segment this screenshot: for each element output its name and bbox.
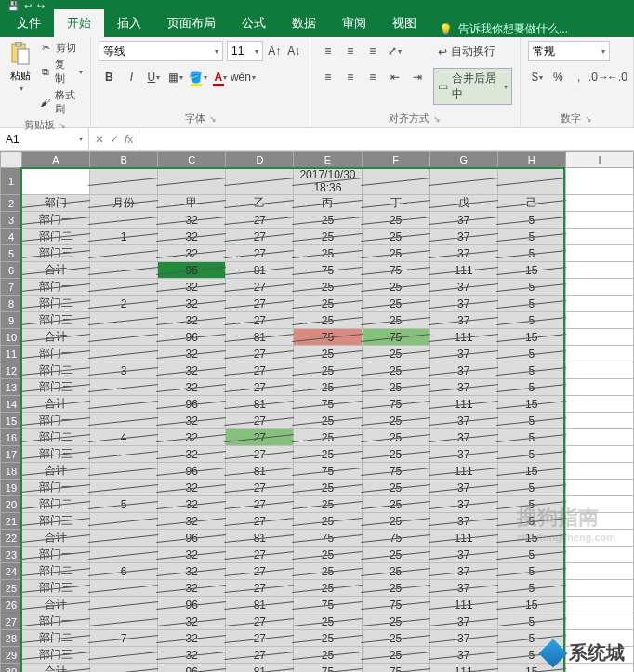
cell-C21[interactable]: 32 bbox=[158, 513, 226, 530]
cell-G14[interactable]: 111 bbox=[429, 396, 497, 413]
cell-E22[interactable]: 75 bbox=[294, 530, 362, 547]
cell-A19[interactable]: 部门一 bbox=[21, 480, 89, 496]
row-header-25[interactable]: 25 bbox=[1, 580, 22, 597]
cell-E9[interactable]: 25 bbox=[294, 312, 362, 329]
cell-C1[interactable] bbox=[158, 168, 226, 195]
border-button[interactable]: ▦▾ bbox=[165, 67, 186, 87]
cell-B10[interactable] bbox=[90, 329, 158, 346]
copy-button[interactable]: ⧉复制▾ bbox=[39, 58, 83, 86]
cell-G27[interactable]: 37 bbox=[429, 613, 497, 630]
cell-A9[interactable]: 部门三 bbox=[21, 312, 89, 329]
row-header-15[interactable]: 15 bbox=[1, 413, 22, 429]
cell-H6[interactable]: 15 bbox=[497, 262, 565, 279]
cell-B8[interactable]: 2 bbox=[90, 296, 158, 312]
number-launcher-icon[interactable]: ↘ bbox=[585, 114, 592, 124]
font-size-select[interactable]: 11▾ bbox=[227, 41, 263, 61]
tab-formulas[interactable]: 公式 bbox=[229, 9, 279, 37]
indent-increase-icon[interactable]: ⇥ bbox=[407, 67, 428, 87]
cell-E10[interactable]: 75 bbox=[294, 329, 362, 346]
cell-E1[interactable]: 2017/10/30 18:36 bbox=[294, 168, 362, 195]
cell-G2[interactable]: 戊 bbox=[429, 195, 497, 212]
orientation-icon[interactable]: ⤢▾ bbox=[385, 41, 405, 61]
cell-D5[interactable]: 27 bbox=[226, 245, 294, 262]
cell-F20[interactable]: 25 bbox=[362, 496, 429, 513]
cell-D13[interactable]: 27 bbox=[226, 379, 294, 396]
row-header-8[interactable]: 8 bbox=[1, 296, 22, 312]
cell-C25[interactable]: 32 bbox=[158, 580, 226, 597]
cell-F10[interactable]: 75 bbox=[362, 329, 429, 346]
cell-E17[interactable]: 25 bbox=[294, 446, 362, 463]
worksheet[interactable]: ABCDEFGHI12017/10/30 18:362部门月份甲乙丙丁戊己3部门… bbox=[0, 151, 634, 672]
cell-G9[interactable]: 37 bbox=[429, 312, 497, 329]
cell-C4[interactable]: 32 bbox=[158, 229, 226, 245]
cell-A29[interactable]: 部门三 bbox=[21, 647, 89, 664]
cell-A7[interactable]: 部门一 bbox=[21, 279, 89, 296]
cell-C30[interactable]: 96 bbox=[158, 664, 226, 673]
cell-C8[interactable]: 32 bbox=[158, 296, 226, 312]
tab-file[interactable]: 文件 bbox=[4, 9, 54, 37]
cell-F14[interactable]: 75 bbox=[362, 396, 429, 413]
cell-B18[interactable] bbox=[90, 463, 158, 480]
cell-B11[interactable] bbox=[90, 346, 158, 362]
cell-D7[interactable]: 27 bbox=[226, 279, 294, 296]
cell-G15[interactable]: 37 bbox=[429, 413, 497, 429]
cell-F1[interactable] bbox=[362, 168, 429, 195]
cell-I4[interactable] bbox=[565, 229, 633, 245]
cell-A24[interactable]: 部门二 bbox=[21, 563, 89, 580]
cell-H19[interactable]: 5 bbox=[497, 480, 565, 496]
cell-H2[interactable]: 己 bbox=[497, 195, 565, 212]
cell-H16[interactable]: 5 bbox=[497, 429, 565, 446]
cell-D1[interactable] bbox=[226, 168, 294, 195]
cell-H12[interactable]: 5 bbox=[497, 362, 565, 379]
cell-I10[interactable] bbox=[565, 329, 633, 346]
cell-E30[interactable]: 75 bbox=[294, 664, 362, 673]
cell-G30[interactable]: 111 bbox=[429, 664, 497, 673]
cell-H26[interactable]: 15 bbox=[497, 597, 565, 613]
cell-I16[interactable] bbox=[565, 429, 633, 446]
cell-E15[interactable]: 25 bbox=[294, 413, 362, 429]
cell-F21[interactable]: 25 bbox=[362, 513, 429, 530]
cell-A17[interactable]: 部门三 bbox=[21, 446, 89, 463]
cell-G13[interactable]: 37 bbox=[429, 379, 497, 396]
cell-I25[interactable] bbox=[565, 580, 633, 597]
cell-D26[interactable]: 81 bbox=[226, 597, 294, 613]
cell-C5[interactable]: 32 bbox=[158, 245, 226, 262]
cell-B16[interactable]: 4 bbox=[90, 429, 158, 446]
cell-C7[interactable]: 32 bbox=[158, 279, 226, 296]
cell-I6[interactable] bbox=[565, 262, 633, 279]
cell-B1[interactable] bbox=[90, 168, 158, 195]
cell-D4[interactable]: 27 bbox=[226, 229, 294, 245]
cell-H18[interactable]: 15 bbox=[497, 463, 565, 480]
cell-G29[interactable]: 37 bbox=[429, 647, 497, 664]
cell-E25[interactable]: 25 bbox=[294, 580, 362, 597]
tab-home[interactable]: 开始 bbox=[54, 9, 104, 37]
row-header-22[interactable]: 22 bbox=[1, 530, 22, 547]
cell-I9[interactable] bbox=[565, 312, 633, 329]
cell-D30[interactable]: 81 bbox=[226, 664, 294, 673]
align-bottom-icon[interactable]: ≡ bbox=[363, 41, 383, 61]
cell-E8[interactable]: 25 bbox=[294, 296, 362, 312]
cell-F8[interactable]: 25 bbox=[362, 296, 429, 312]
row-header-17[interactable]: 17 bbox=[1, 446, 22, 463]
cell-I14[interactable] bbox=[565, 396, 633, 413]
cell-B25[interactable] bbox=[90, 580, 158, 597]
cell-D8[interactable]: 27 bbox=[226, 296, 294, 312]
cell-C19[interactable]: 32 bbox=[158, 480, 226, 496]
cell-B14[interactable] bbox=[90, 396, 158, 413]
cell-E20[interactable]: 25 bbox=[294, 496, 362, 513]
cell-G12[interactable]: 37 bbox=[429, 362, 497, 379]
col-header-B[interactable]: B bbox=[90, 152, 158, 168]
cell-B15[interactable] bbox=[90, 413, 158, 429]
cell-B12[interactable]: 3 bbox=[90, 362, 158, 379]
increase-font-icon[interactable]: A↑ bbox=[267, 41, 283, 61]
cell-H17[interactable]: 5 bbox=[497, 446, 565, 463]
cell-I21[interactable] bbox=[565, 513, 633, 530]
cell-F17[interactable]: 25 bbox=[362, 446, 429, 463]
cell-D10[interactable]: 81 bbox=[226, 329, 294, 346]
cell-H20[interactable]: 5 bbox=[497, 496, 565, 513]
cell-C27[interactable]: 32 bbox=[158, 613, 226, 630]
cell-G21[interactable]: 37 bbox=[429, 513, 497, 530]
cell-G1[interactable] bbox=[429, 168, 497, 195]
cell-D23[interactable]: 27 bbox=[226, 547, 294, 563]
cell-C24[interactable]: 32 bbox=[158, 563, 226, 580]
